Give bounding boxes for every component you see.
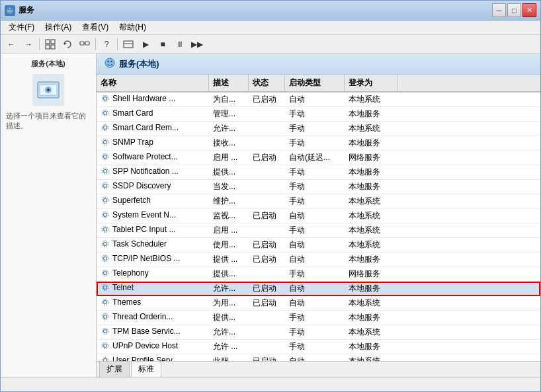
up-button[interactable]: [42, 37, 58, 52]
table-row[interactable]: Software Protect... 启用 ... 已启动 自动(延迟... …: [97, 151, 540, 165]
menu-view[interactable]: 查看(V): [77, 20, 114, 34]
table-row[interactable]: Thread Orderin... 提供... 手动 本地服务: [97, 311, 540, 325]
menu-action[interactable]: 操作(A): [40, 20, 77, 34]
cell-login: 本地服务: [345, 180, 397, 194]
pause-service-button[interactable]: ⏸: [172, 37, 188, 52]
table-row[interactable]: Telnet 允许... 已启动 自动 本地服务: [97, 282, 540, 296]
col-header-status[interactable]: 状态: [249, 75, 285, 91]
svg-point-43: [103, 256, 108, 262]
forward-button[interactable]: →: [21, 37, 36, 52]
cell-startup: 自动: [285, 209, 345, 223]
cell-desc: 提供...: [209, 267, 249, 281]
bottom-tabs: 扩展 标准: [97, 361, 540, 377]
cell-status: 已启动: [249, 296, 285, 310]
cell-status: [249, 171, 285, 174]
cell-desc: 管理...: [209, 107, 249, 121]
table-row[interactable]: SNMP Trap 接收... 手动 本地服务: [97, 136, 540, 151]
cell-desc: 允许...: [209, 282, 249, 295]
cell-name: Thread Orderin...: [97, 311, 209, 325]
close-button[interactable]: ✕: [522, 3, 536, 17]
cell-desc: 允许...: [209, 122, 249, 136]
table-row[interactable]: TPM Base Servic... 允许... 手动 本地系统: [97, 325, 540, 340]
table-row[interactable]: SPP Notification ... 提供... 手动 本地服务: [97, 165, 540, 180]
left-panel-title: 服务(本地): [6, 59, 91, 69]
table-row[interactable]: Superfetch 维护... 手动 本地系统: [97, 194, 540, 209]
cell-status: 已启动: [249, 253, 285, 266]
stop-service-button[interactable]: ■: [155, 37, 171, 52]
col-header-startup[interactable]: 启动类型: [285, 75, 345, 91]
svg-point-38: [104, 228, 107, 231]
svg-point-36: [104, 214, 107, 217]
cell-name: Superfetch: [97, 194, 209, 208]
back-button[interactable]: ←: [3, 37, 19, 52]
table-row[interactable]: Task Scheduler 使用... 已启动 自动 本地系统: [97, 238, 540, 253]
svg-point-16: [47, 89, 50, 91]
table-row[interactable]: Tablet PC Input ... 启用 ... 手动 本地系统: [97, 223, 540, 238]
cell-desc: 为自...: [209, 93, 249, 106]
expand-button[interactable]: [120, 37, 136, 52]
col-header-name[interactable]: 名称: [97, 75, 209, 91]
cell-name: Software Protect...: [97, 151, 209, 165]
help-button[interactable]: ?: [99, 37, 114, 52]
cell-startup: 自动: [285, 282, 345, 295]
svg-point-24: [104, 126, 107, 130]
table-row[interactable]: Telephony 提供... 手动 网络服务: [97, 267, 540, 282]
menu-file[interactable]: 文件(F): [3, 20, 40, 34]
cell-startup: 手动: [285, 180, 345, 194]
table-row[interactable]: Themes 为用... 已启动 自动 本地系统: [97, 296, 540, 311]
svg-point-17: [105, 58, 114, 67]
cell-login: 本地系统: [345, 354, 397, 361]
refresh-button[interactable]: [60, 37, 75, 52]
status-bar: [1, 377, 540, 391]
start-service-button[interactable]: ▶: [138, 37, 153, 52]
col-header-desc[interactable]: 描述: [209, 75, 249, 91]
cell-startup: 自动: [285, 296, 345, 310]
svg-point-2: [11, 8, 13, 10]
cell-login: 本地服务: [345, 282, 397, 295]
svg-rect-5: [46, 45, 50, 49]
table-row[interactable]: System Event N... 监视... 已启动 自动 本地系统: [97, 209, 540, 223]
cell-startup: 手动: [285, 325, 345, 339]
title-bar-left: 服务: [5, 5, 34, 16]
right-panel: 服务(本地) 名称 描述 状态 启动类型 登录为 Shell Hardware …: [97, 54, 540, 377]
svg-point-29: [103, 154, 108, 160]
tab-standard[interactable]: 标准: [131, 361, 161, 377]
table-row[interactable]: SSDP Discovery 当发... 手动 本地服务: [97, 180, 540, 194]
cell-status: 已启动: [249, 93, 285, 106]
cell-name: SNMP Trap: [97, 136, 209, 150]
table-row[interactable]: UPnP Device Host 允许 ... 手动 本地服务: [97, 340, 540, 354]
minimize-button[interactable]: ─: [492, 3, 506, 17]
svg-point-47: [103, 285, 108, 291]
cell-startup: 手动: [285, 165, 345, 179]
svg-point-30: [104, 170, 107, 173]
svg-point-1: [8, 8, 10, 10]
table-row[interactable]: Smart Card 管理... 手动 本地服务: [97, 107, 540, 122]
col-header-login[interactable]: 登录为: [345, 75, 397, 91]
table-row[interactable]: TCP/IP NetBIOS ... 提供 ... 已启动 自动 本地服务: [97, 253, 540, 267]
cell-login: 本地服务: [345, 253, 397, 266]
svg-point-33: [103, 183, 108, 189]
menu-help[interactable]: 帮助(H): [114, 20, 151, 34]
table-row[interactable]: User Profile Serv... 此服... 已启动 自动 本地系统: [97, 354, 540, 361]
cell-startup: 手动: [285, 107, 345, 121]
svg-rect-8: [80, 42, 84, 45]
table-row[interactable]: Shell Hardware ... 为自... 已启动 自动 本地系统: [97, 93, 540, 107]
svg-point-22: [104, 112, 107, 115]
connect-button[interactable]: [77, 37, 93, 52]
svg-point-50: [104, 315, 107, 319]
toolbar-separator-1: [39, 38, 40, 50]
title-buttons: ─ □ ✕: [492, 3, 536, 17]
svg-point-44: [104, 272, 107, 275]
cell-login: 本地系统: [345, 194, 397, 208]
cell-status: [249, 186, 285, 188]
restart-service-button[interactable]: ▶▶: [189, 37, 205, 52]
table-row[interactable]: Smart Card Rem... 允许... 手动 本地系统: [97, 122, 540, 136]
cell-login: 本地系统: [345, 223, 397, 237]
cell-name: Task Scheduler: [97, 238, 209, 252]
svg-point-21: [103, 96, 108, 102]
maximize-button[interactable]: □: [507, 3, 521, 17]
tab-expand[interactable]: 扩展: [99, 361, 130, 377]
right-panel-header: 服务(本地): [97, 54, 540, 75]
services-table[interactable]: 名称 描述 状态 启动类型 登录为 Shell Hardware ... 为自.…: [97, 75, 540, 361]
cell-login: 本地服务: [345, 107, 397, 121]
